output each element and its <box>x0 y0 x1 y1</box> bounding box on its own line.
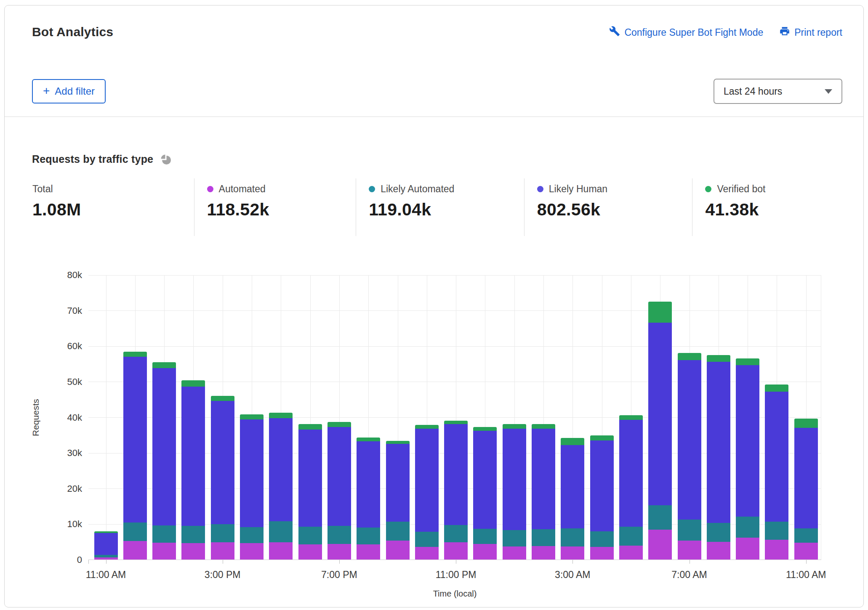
bar-segment-likely-human <box>765 392 788 522</box>
bar-segment-likely-automated <box>707 523 730 542</box>
bar-segment-automated <box>123 541 147 560</box>
chart-bar-18[interactable] <box>619 415 643 560</box>
bar-segment-verified-bot <box>269 413 293 419</box>
bar-segment-likely-human <box>473 431 497 529</box>
x-tick-label: 11:00 AM <box>786 569 826 581</box>
chart-bar-5[interactable] <box>240 414 264 560</box>
bar-segment-likely-human <box>532 429 555 529</box>
chart-bar-7[interactable] <box>298 424 322 560</box>
bar-segment-automated <box>386 541 410 560</box>
pie-chart-icon <box>160 154 172 165</box>
section-title-row: Requests by traffic type <box>32 153 863 165</box>
chart-bar-17[interactable] <box>590 435 614 560</box>
stat-label: Likely Human <box>549 183 607 195</box>
automated-dot <box>207 186 213 192</box>
bar-segment-verified-bot <box>678 353 701 360</box>
x-tick-mark <box>223 560 223 564</box>
print-report-link[interactable]: Print report <box>779 26 842 39</box>
configure-super-bot-fight-mode-link[interactable]: Configure Super Bot Fight Mode <box>609 26 763 39</box>
bar-segment-likely-automated <box>503 530 526 546</box>
x-tick-mark <box>106 560 107 564</box>
stat-likely-automated: Likely Automated 119.04k <box>356 178 524 236</box>
bar-segment-likely-human <box>736 365 759 517</box>
chart-bar-3[interactable] <box>181 380 205 560</box>
bar-segment-likely-automated <box>211 524 234 542</box>
chart-bar-15[interactable] <box>532 424 555 560</box>
bar-segment-likely-automated <box>619 527 643 546</box>
bar-segment-likely-automated <box>444 525 468 542</box>
chart-bar-12[interactable] <box>444 421 468 560</box>
chart-bar-2[interactable] <box>152 362 176 560</box>
chart-bar-11[interactable] <box>415 425 439 560</box>
chart-bar-19[interactable] <box>648 302 672 560</box>
time-range-select[interactable]: Last 24 hours <box>714 79 842 104</box>
chart-bar-22[interactable] <box>736 358 759 560</box>
stat-label: Automated <box>219 183 266 195</box>
verified-bot-dot <box>705 186 711 192</box>
bar-segment-likely-human <box>123 357 147 522</box>
chart-bar-14[interactable] <box>503 424 526 560</box>
bar-segment-likely-automated <box>590 531 614 546</box>
x-axis-title: Time (local) <box>88 589 821 599</box>
bar-segment-automated <box>357 544 380 560</box>
bar-segment-automated <box>444 542 468 560</box>
wrench-icon <box>609 26 620 39</box>
y-tick-label: 60k <box>48 340 82 352</box>
bar-segment-likely-human <box>794 428 818 528</box>
chart-bar-20[interactable] <box>678 353 701 560</box>
likely-human-dot <box>537 186 543 192</box>
chart-bar-1[interactable] <box>123 352 147 560</box>
x-tick-label: 7:00 PM <box>321 569 357 581</box>
stat-value: 118.52k <box>207 200 356 220</box>
bar-segment-likely-automated <box>532 529 555 546</box>
time-range-value: Last 24 hours <box>724 86 782 97</box>
card-header: Bot Analytics Configure Super Bot Fight … <box>5 5 863 117</box>
bar-segment-automated <box>648 530 672 560</box>
chart-bar-6[interactable] <box>269 413 293 560</box>
v-gridline <box>106 275 107 560</box>
bar-segment-likely-automated <box>386 522 410 541</box>
bar-segment-verified-bot <box>648 302 672 323</box>
x-tick-mark <box>456 560 456 564</box>
chart-bar-24[interactable] <box>794 419 818 560</box>
bar-segment-likely-automated <box>123 522 147 541</box>
requests-chart: Requests Time (local) 010k20k30k40k50k60… <box>5 275 864 607</box>
bar-segment-likely-human <box>590 440 614 531</box>
x-tick-mark <box>690 560 690 564</box>
bar-segment-verified-bot <box>240 414 264 419</box>
likely-automated-dot <box>369 186 375 192</box>
configure-link-label: Configure Super Bot Fight Mode <box>624 27 763 38</box>
stat-value: 119.04k <box>369 200 524 220</box>
bar-segment-automated <box>298 544 322 560</box>
bar-segment-likely-human <box>648 323 672 505</box>
chart-bar-16[interactable] <box>561 438 584 560</box>
bar-segment-verified-bot <box>386 441 410 444</box>
bar-segment-automated <box>561 546 584 560</box>
chart-bar-23[interactable] <box>765 385 788 560</box>
chart-bar-13[interactable] <box>473 427 497 560</box>
bar-segment-verified-bot <box>561 438 584 445</box>
bar-segment-likely-automated <box>357 528 380 545</box>
chart-bar-10[interactable] <box>386 441 410 560</box>
bar-segment-automated <box>94 557 118 560</box>
y-tick-label: 50k <box>48 376 82 388</box>
x-tick-mark <box>339 560 340 564</box>
bar-segment-automated <box>765 540 788 560</box>
bar-segment-verified-bot <box>211 396 234 401</box>
bar-segment-automated <box>794 543 818 560</box>
chart-bar-21[interactable] <box>707 355 730 560</box>
bar-segment-likely-human <box>503 429 526 530</box>
add-filter-label: Add filter <box>55 85 95 97</box>
chart-bar-0[interactable] <box>94 531 118 560</box>
stat-verified-bot: Verified bot 41.38k <box>692 178 863 236</box>
bar-segment-automated <box>181 543 205 560</box>
add-filter-button[interactable]: + Add filter <box>32 79 106 103</box>
bar-segment-verified-bot <box>590 435 614 441</box>
chart-bar-4[interactable] <box>211 396 234 560</box>
bar-segment-likely-automated <box>561 528 584 546</box>
x-tick-mark <box>806 560 807 564</box>
chart-bar-8[interactable] <box>327 422 351 560</box>
chart-bar-9[interactable] <box>357 438 380 560</box>
bar-segment-verified-bot <box>123 352 147 357</box>
bar-segment-verified-bot <box>152 362 176 368</box>
